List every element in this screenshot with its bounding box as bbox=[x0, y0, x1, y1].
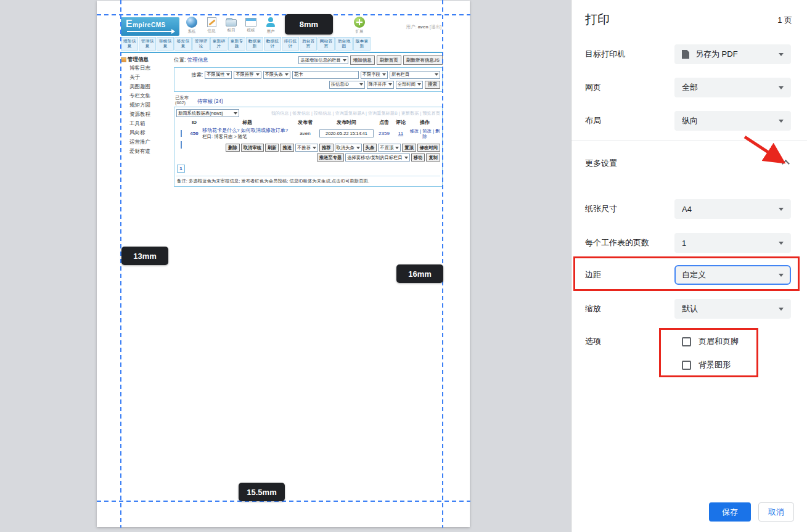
quick-links: 我的信息 | 签发信息 | 投稿信息 | 查询重复标题A | 查询重复标题B |… bbox=[271, 110, 440, 117]
chevron-down-icon bbox=[779, 308, 784, 313]
refresh-home-button: 刷新首页 bbox=[377, 55, 401, 65]
bottom-margin-badge[interactable]: 15.5mm bbox=[239, 483, 285, 501]
right-margin-badge[interactable]: 16mm bbox=[396, 264, 443, 283]
cms-user-info: 用户: aven [退出] bbox=[406, 24, 441, 30]
chevron-down-icon bbox=[779, 86, 784, 92]
layout-select[interactable]: 纵向 bbox=[674, 111, 791, 131]
cms-main-area: 位置: 管理信息 选择增加信息的栏目 增加信息 刷新首页 刷新所有信息JS 搜索… bbox=[174, 55, 443, 187]
move-button: 移动 bbox=[411, 153, 425, 162]
cms-top-nav: 系统 信息 栏目 模板 bbox=[182, 17, 369, 35]
page-number: 1 bbox=[177, 165, 185, 173]
plus-circle-icon bbox=[354, 17, 365, 28]
row-ops: 修改 | 简改 | 删除 bbox=[408, 128, 441, 139]
table-header-row: ID 标题 发布者 发布时间 点击 评论 操作 bbox=[176, 117, 440, 128]
refresh-button: 刷新 bbox=[265, 144, 279, 152]
headline-action-select: 取消头条 bbox=[335, 144, 362, 152]
datasource-select: 新闻系统数据表(news) bbox=[176, 109, 239, 117]
table-row: 450 移动花卡是什么? 如何取消或修改订单? 栏目: 博客日志 > 随笔 av… bbox=[176, 128, 440, 139]
nav-info: 信息 bbox=[202, 17, 221, 34]
sidebar-item: 运营推广 bbox=[121, 137, 173, 147]
destination-select[interactable]: 另存为 PDF bbox=[674, 44, 791, 64]
scale-select[interactable]: 默认 bbox=[674, 299, 791, 319]
cancel-audit-button: 取消审核 bbox=[241, 144, 264, 152]
print-dialog: EmpireCMS 系统 信息 栏目 bbox=[0, 0, 807, 532]
menu-item: 网站首页 bbox=[317, 37, 335, 51]
column-select: 选择增加信息的栏目 bbox=[298, 56, 348, 64]
menu-item: 后台首页 bbox=[300, 37, 317, 51]
folder-home-icon bbox=[121, 57, 126, 62]
destination-label: 目标打印机 bbox=[585, 49, 674, 60]
row-title-link: 移动花卡是什么? 如何取消或修改订单? bbox=[202, 128, 288, 133]
options-highlight-box bbox=[659, 328, 758, 377]
nav-extend: 扩展 bbox=[350, 17, 369, 35]
top-button: 置顶 bbox=[402, 144, 416, 152]
chevron-down-icon bbox=[779, 120, 784, 125]
left-margin-badge[interactable]: 13mm bbox=[121, 247, 168, 265]
modify-time-button: 修改时间 bbox=[417, 144, 440, 152]
refresh-all-js-button: 刷新所有信息JS bbox=[403, 55, 443, 65]
breadcrumb: 位置: 管理信息 bbox=[174, 57, 208, 64]
cms-search-panel: 搜索: 不限属性 不限推荐 不限头条 不限字段 所有栏目 按信息ID 降序排序 … bbox=[174, 67, 443, 92]
menu-item: 更新专题 bbox=[228, 37, 245, 51]
options-label: 选项 bbox=[585, 336, 601, 347]
right-margin-guide[interactable] bbox=[442, 0, 443, 528]
cms-menu-bar: 增加信息 管理信息 审核信息 签发信息 管理评论 更新碎片 更新专题 数据更新 … bbox=[121, 37, 443, 53]
paper-size-select[interactable]: A4 bbox=[674, 199, 791, 219]
menu-item: 签发信息 bbox=[174, 37, 192, 51]
headline-select: 不限头条 bbox=[263, 71, 290, 79]
cms-username: aven bbox=[418, 24, 428, 30]
margins-highlight-box bbox=[573, 256, 800, 291]
top-action-select: 不置顶 bbox=[378, 144, 401, 152]
cms-info-table: 新闻系统数据表(news) 我的信息 | 签发信息 | 投稿信息 | 查询重复标… bbox=[174, 107, 443, 187]
bottom-margin-guide[interactable] bbox=[97, 501, 470, 502]
folder-icon bbox=[226, 19, 237, 27]
menu-item: 更新碎片 bbox=[210, 37, 227, 51]
row-category: 栏目: 博客日志 > 随笔 bbox=[202, 134, 247, 139]
order-dir-select: 降序排序 bbox=[367, 81, 394, 89]
add-info-button: 增加信息 bbox=[350, 55, 375, 65]
row-title-cell: 移动花卡是什么? 如何取消或修改订单? 栏目: 博客日志 > 随笔 bbox=[202, 128, 292, 139]
top-margin-guide[interactable] bbox=[97, 14, 470, 15]
sidebar-item: 规矩方圆 bbox=[121, 100, 173, 110]
nav-user: 用户 bbox=[261, 17, 281, 35]
pages-per-sheet-select[interactable]: 1 bbox=[674, 233, 791, 253]
chevron-down-icon bbox=[779, 53, 784, 59]
menu-item: 排行统计 bbox=[282, 37, 299, 51]
row-author: aven bbox=[292, 131, 318, 136]
search-button: 搜索 bbox=[425, 81, 440, 89]
layout-label: 布局 bbox=[585, 115, 674, 126]
save-button[interactable]: 保存 bbox=[709, 502, 751, 522]
tab-published: 已发布 (662) bbox=[175, 96, 189, 105]
sidebar-item: 博客日志 bbox=[121, 63, 173, 73]
row-checkbox bbox=[181, 130, 182, 137]
top-margin-badge[interactable]: 8mm bbox=[285, 14, 333, 35]
batch-checkbox bbox=[181, 141, 182, 149]
scale-label: 缩放 bbox=[585, 303, 674, 314]
chevron-down-icon bbox=[779, 242, 784, 247]
all-columns-select: 所有栏目 bbox=[390, 71, 440, 79]
pages-select[interactable]: 全部 bbox=[674, 78, 791, 97]
pages-label: 网页 bbox=[585, 82, 674, 93]
time-range-select: 全部时间 bbox=[396, 81, 423, 89]
row-clicks: 2359 bbox=[375, 131, 393, 136]
push-button: 推送 bbox=[280, 144, 294, 152]
tab-pending: 待审核 (24) bbox=[197, 98, 223, 105]
menu-item: 数据统计 bbox=[264, 37, 281, 51]
attr-select: 不限属性 bbox=[205, 71, 232, 79]
search-keyword-input bbox=[292, 71, 359, 79]
headline-button: 头条 bbox=[363, 144, 377, 152]
row-time-input bbox=[319, 129, 374, 137]
move-target-select: 选择要移动/复制的目标栏目 bbox=[345, 153, 410, 162]
logo-text: EmpireCMS bbox=[126, 20, 176, 30]
sidebar-item: 美图趣图 bbox=[121, 82, 173, 91]
push-topic-button: 推送至专题 bbox=[317, 153, 344, 162]
cancel-button[interactable]: 取消 bbox=[758, 502, 794, 522]
sidebar-item: 关于 bbox=[121, 73, 173, 82]
page-count: 1 页 bbox=[777, 15, 792, 26]
chevron-down-icon bbox=[779, 208, 784, 213]
recommend-button: 推荐 bbox=[319, 144, 334, 152]
globe-icon bbox=[186, 17, 197, 28]
left-margin-guide[interactable] bbox=[120, 0, 121, 528]
sidebar-item: 专栏文集 bbox=[121, 91, 173, 100]
nav-column: 栏目 bbox=[221, 17, 241, 33]
